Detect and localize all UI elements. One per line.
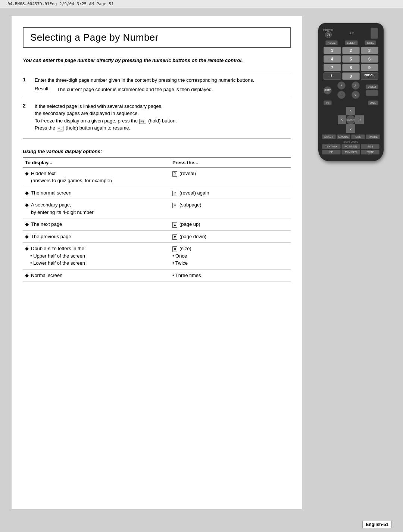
bullet-icon: ◆ (25, 233, 29, 240)
num-9-button[interactable]: 9 (361, 64, 378, 71)
num-4-button[interactable]: 4 (324, 55, 341, 63)
ant-button[interactable]: ANT. (368, 100, 378, 105)
step-2-row: 2 If the selected page is linked with se… (23, 103, 291, 132)
left-panel: Selecting a Page by Number You can enter… (11, 16, 302, 510)
hold-icon-2: ≡↓ (57, 126, 64, 131)
swap-button[interactable]: SWAP (361, 150, 379, 155)
enter-button[interactable]: ENTER (346, 115, 355, 124)
nav-up-button[interactable]: ∧ (346, 107, 355, 115)
step-2-section: 2 If the selected page is linked with se… (23, 98, 291, 139)
main-content: Selecting a Page by Number You can enter… (0, 8, 403, 517)
tv-button[interactable]: TV (324, 100, 332, 105)
row3-subtext: by entering its 4-digit number (31, 209, 94, 215)
row4-col2: ▲ (page up) (170, 218, 291, 231)
dash-button[interactable]: -/-- (324, 72, 341, 80)
num-1-button[interactable]: 1 (324, 47, 341, 54)
power-button[interactable]: ⏻ (325, 31, 332, 38)
prech-button[interactable]: PRE-CH (361, 72, 378, 80)
table-row: ◆The next page ▲ (page up) (23, 218, 291, 231)
num-2-button[interactable]: 2 (342, 47, 360, 54)
row1-col1: ◆Hidden text (answers to quiz games, for… (23, 167, 170, 187)
table-row: ◆The normal screen ? (reveal) again (23, 187, 291, 199)
row1-col2: ? (reveal) (170, 167, 291, 187)
hold-icon: ≡↓ (139, 119, 146, 124)
dual2-button[interactable]: DUAL II (322, 134, 336, 139)
bullet-icon: ◆ (25, 189, 29, 197)
ch-down-button[interactable]: ∨ (352, 91, 360, 99)
nav-right-button[interactable]: > (355, 115, 364, 124)
textmix-button[interactable]: TEXT/MIX (322, 144, 341, 149)
smode-button[interactable]: S.MODE (337, 134, 350, 139)
pageup-btn-icon: ▲ (172, 222, 177, 228)
size-btn-icon: ≡ (172, 246, 177, 252)
step-2-line2: the secondary pages are displayed in seq… (35, 110, 177, 117)
right-panel: POWER ⏻ PC P.SIZE SLEEP STILL 1 2 3 (310, 16, 392, 510)
nav-corner-bl (338, 124, 346, 133)
step-1-number: 1 (23, 77, 29, 84)
channel-controls: ∧ ∨ (352, 81, 360, 99)
volume-controls: + − (337, 81, 346, 99)
num-3-button[interactable]: 3 (361, 47, 378, 54)
still-button[interactable]: STILL (365, 40, 376, 45)
bullet-icon: ◆ (25, 272, 29, 279)
row6-sub1: • Upper half of the screen (30, 253, 85, 259)
tvvideo-button[interactable]: TV/VIDEO (341, 150, 360, 155)
num-6-button[interactable]: 6 (361, 55, 378, 63)
page-number: English-51 (362, 521, 392, 528)
pc-label: PC (350, 32, 354, 35)
options-table: To display... Press the... ◆Hidden text … (23, 157, 291, 282)
mute-button[interactable]: MUTE (324, 86, 332, 94)
table-row: ◆The previous page ▼ (page down) (23, 230, 291, 243)
col1-header: To display... (23, 158, 170, 168)
num-8-button[interactable]: 8 (342, 64, 360, 71)
size-button[interactable]: SIZE (361, 144, 379, 149)
num-0-button[interactable]: 0 (342, 72, 360, 80)
step-1-section: 1 Enter the three-digit page number give… (23, 72, 291, 98)
nav-corner-br (355, 124, 364, 133)
row6-col1: ◆Double-size letters in the: • Upper hal… (23, 243, 170, 270)
row1-subtext: (answers to quiz games, for example) (31, 178, 112, 183)
extra-button[interactable] (366, 90, 378, 96)
nav-down-button[interactable]: ∨ (346, 124, 355, 133)
video-button[interactable]: VIDEO (366, 84, 378, 89)
footer-area: English-51 (0, 517, 403, 532)
step-2-number: 2 (23, 103, 29, 132)
ch-up-button[interactable]: ∧ (352, 81, 360, 90)
row5-col2: ▼ (page down) (170, 230, 291, 243)
step-2-line4: Press the ≡↓ (hold) button again to resu… (35, 124, 177, 132)
vol-down-button[interactable]: − (337, 91, 346, 99)
remote-control: POWER ⏻ PC P.SIZE SLEEP STILL 1 2 3 (318, 23, 384, 161)
result-label: Result: (35, 86, 53, 93)
display-options-section: Using the various display options: To di… (23, 139, 291, 286)
nav-left-button[interactable]: < (338, 115, 346, 124)
row2-col1: ◆The normal screen (23, 187, 170, 199)
mute-vol-row: MUTE + − ∧ ∨ VIDEO (324, 81, 378, 99)
header-strip: 04-BN68-00437D-01Eng 2/9/04 3:25 AM Page… (0, 0, 403, 8)
table-row: ◆Normal screen • Three times (23, 269, 291, 281)
row3-col2: ≡ (subpage) (170, 199, 291, 218)
row5-col1: ◆The previous page (23, 230, 170, 243)
row6-sub2: • Lower half of the screen (30, 260, 85, 266)
bullet-icon: ◆ (25, 245, 29, 252)
psize-button[interactable]: P.SIZE (325, 40, 338, 45)
pp-button[interactable]: PP (322, 150, 341, 155)
text-row: TEXT/MIX POSITION SIZE (322, 144, 380, 149)
subpage-btn-icon: ≡ (172, 203, 177, 208)
sleep-button[interactable]: SLEEP (345, 40, 358, 45)
result-row: Result: The current page counter is incr… (35, 86, 291, 93)
step-2-line1: If the selected page is linked with seve… (35, 103, 177, 110)
table-row: ◆Double-size letters in the: • Upper hal… (23, 243, 291, 270)
page-wrapper: 04-BN68-00437D-01Eng 2/9/04 3:25 AM Page… (0, 0, 403, 532)
row6-twice: • Twice (172, 260, 188, 266)
num-7-button[interactable]: 7 (324, 64, 341, 71)
nav-corner-tl (338, 107, 346, 115)
step-2-line3: To freeze the display on a given page, p… (35, 117, 177, 125)
bullet-icon: ◆ (25, 221, 29, 228)
pmode-button[interactable]: P.MODE (366, 134, 379, 139)
num-5-button[interactable]: 5 (342, 55, 360, 63)
vol-up-button[interactable]: + (337, 81, 346, 90)
header-text: 04-BN68-00437D-01Eng 2/9/04 3:25 AM Page… (7, 1, 114, 6)
position-button[interactable]: POSITION (341, 144, 360, 149)
srs-button[interactable]: SRS (351, 134, 365, 139)
intro-paragraph: You can enter the page number directly b… (23, 57, 291, 64)
